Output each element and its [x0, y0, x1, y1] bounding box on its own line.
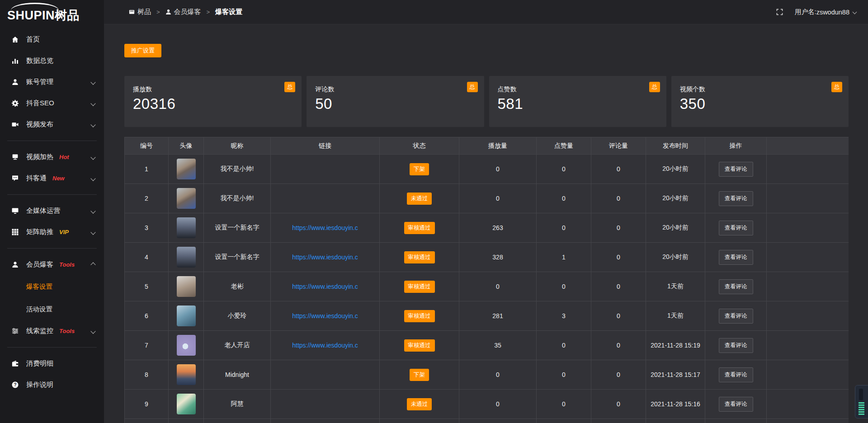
cell-action: 查看评论 — [705, 213, 767, 243]
stat-value: 581 — [498, 95, 666, 113]
video-link[interactable]: https://www.iesdouyin.c — [292, 254, 358, 261]
stat-total-badge: 总 — [467, 82, 478, 92]
cell-no: 9 — [125, 390, 169, 419]
cell-action: 查看评论 — [705, 390, 767, 419]
chevron-down-icon — [853, 10, 857, 14]
cell-filler — [767, 155, 849, 184]
breadcrumb-item[interactable]: 树品 — [129, 8, 151, 16]
table-row: 6小爱玲https://www.iesdouyin.c审核通过281301天前查… — [125, 301, 849, 331]
sidebar-item-account-manage[interactable]: 账号管理 — [0, 71, 104, 93]
floating-widget[interactable] — [855, 385, 868, 418]
cell-status: 未通过 — [380, 184, 459, 213]
table-row: 3设置一个新名字https://www.iesdouyin.c审核通过26300… — [125, 213, 849, 243]
svg-text:?: ? — [14, 382, 16, 387]
fullscreen-icon[interactable] — [776, 9, 783, 15]
avatar — [177, 247, 196, 268]
user-menu[interactable]: 用户名: zswodun88 — [795, 8, 856, 16]
sidebar-item-douyin-seo[interactable]: 抖音SEO — [0, 93, 104, 114]
cell-time: 1天前 — [646, 301, 705, 331]
video-link[interactable]: https://www.iesdouyin.c — [292, 224, 358, 231]
sidebar-item-data-overview[interactable]: 数据总览 — [0, 50, 104, 71]
cell-likes: 1 — [537, 243, 591, 272]
promo-settings-button[interactable]: 推广设置 — [124, 44, 161, 57]
sidebar-item-video-publish[interactable]: 视频发布 — [0, 114, 104, 135]
video-link[interactable]: https://www.iesdouyin.c — [292, 283, 358, 290]
cell-avatar — [169, 419, 204, 423]
cell-comments: 0 — [591, 272, 646, 301]
cell-nickname: 老彬 — [204, 272, 271, 301]
sidebar-divider — [7, 141, 97, 141]
cell-action — [705, 419, 767, 423]
stat-value: 20316 — [133, 95, 302, 113]
sidebar-item-label: 会员爆客 — [26, 260, 53, 269]
sidebar-item-label: 矩阵助推 — [26, 228, 53, 236]
sidebar-item-consumption-detail[interactable]: 消费明细 — [0, 353, 104, 374]
view-comments-button[interactable]: 查看评论 — [719, 397, 753, 412]
breadcrumb-separator: > — [156, 9, 160, 15]
avatar — [177, 306, 196, 326]
stat-card: 点赞数581总 — [489, 76, 666, 127]
cell-time: 2021-11-28 15:19 — [646, 331, 705, 360]
question-icon: ? — [12, 381, 19, 389]
view-comments-button[interactable]: 查看评论 — [719, 221, 753, 235]
breadcrumb-item[interactable]: 会员爆客 — [165, 8, 201, 16]
sidebar-item-label: 消费明细 — [26, 359, 53, 368]
cell-action: 查看评论 — [705, 155, 767, 184]
logo-en: SHUPIN — [7, 9, 55, 22]
cell-plays: 263 — [459, 213, 537, 243]
cell-plays: 281 — [459, 301, 537, 331]
cell-action: 查看评论 — [705, 331, 767, 360]
column-header: 发布时间 — [646, 137, 705, 155]
cell-time: 2021-11-28 15:17 — [646, 360, 705, 390]
view-comments-button[interactable]: 查看评论 — [719, 338, 753, 353]
view-comments-button[interactable]: 查看评论 — [719, 309, 753, 324]
cell-comments: 0 — [591, 184, 646, 213]
cell-filler — [767, 213, 849, 243]
view-comments-button[interactable]: 查看评论 — [719, 279, 753, 294]
cell-time: 20小时前 — [646, 243, 705, 272]
sidebar-item-matrix-boost[interactable]: 矩阵助推VIP — [0, 221, 104, 243]
view-comments-button[interactable]: 查看评论 — [719, 367, 753, 382]
cell-link: https://www.iesdouyin.c — [271, 243, 380, 272]
column-header: 评论量 — [591, 137, 646, 155]
column-header: 编号 — [125, 137, 169, 155]
cell-time: 2021-11-28 15:16 — [646, 390, 705, 419]
cell-status: 下架 — [380, 360, 459, 390]
cell-action: 查看评论 — [705, 360, 767, 390]
chat-icon — [12, 174, 19, 182]
breadcrumb-item[interactable]: 爆客设置 — [215, 8, 242, 16]
logo-text: SHUPIN树品 — [7, 9, 80, 22]
videos-table: 编号头像昵称链接状态播放量点赞量评论量发布时间操作 1我不是小帅!下架00020… — [124, 137, 849, 423]
cell-filler — [767, 331, 849, 360]
view-comments-button[interactable]: 查看评论 — [719, 162, 753, 177]
cell-comments: 0 — [591, 243, 646, 272]
videos-table-wrap: 编号头像昵称链接状态播放量点赞量评论量发布时间操作 1我不是小帅!下架00020… — [124, 137, 849, 423]
view-comments-button[interactable]: 查看评论 — [719, 191, 753, 206]
sidebar-item-douketong[interactable]: 抖客通New — [0, 168, 104, 189]
status-badge: 审核通过 — [404, 310, 435, 322]
cell-plays: 0 — [459, 272, 537, 301]
sidebar-item-video-heat[interactable]: 视频加热Hot — [0, 146, 104, 168]
cell-nickname — [204, 419, 271, 423]
sidebar-item-media-operation[interactable]: 全媒体运营 — [0, 200, 104, 221]
sidebar-item-badge: Tools — [59, 261, 75, 268]
video-link[interactable]: https://www.iesdouyin.c — [292, 342, 358, 349]
sidebar-item-clue-monitor[interactable]: 线索监控Tools — [0, 320, 104, 342]
sidebar-item-home[interactable]: 首页 — [0, 29, 104, 50]
cell-likes: 0 — [537, 331, 591, 360]
cell-action: 查看评论 — [705, 301, 767, 331]
video-icon — [12, 121, 19, 128]
user-icon — [165, 9, 171, 15]
video-link[interactable]: https://www.iesdouyin.c — [292, 312, 358, 320]
sidebar-item-label: 抖音SEO — [26, 99, 54, 108]
sidebar-item-operation-guide[interactable]: ?操作说明 — [0, 374, 104, 395]
view-comments-button[interactable]: 查看评论 — [719, 250, 753, 265]
sidebar-subitem-activity-settings[interactable]: 活动设置 — [0, 298, 104, 320]
topbar: 树品>会员爆客>爆客设置 用户名: zswodun88 — [104, 0, 868, 24]
cell-time: 20小时前 — [646, 184, 705, 213]
sidebar-subitem-baoke-settings[interactable]: 爆客设置 — [0, 275, 104, 298]
cell-likes: 0 — [537, 155, 591, 184]
cell-avatar — [169, 301, 204, 331]
status-badge: 审核通过 — [404, 251, 435, 263]
sidebar-item-member-baoke[interactable]: 会员爆客Tools — [0, 254, 104, 275]
